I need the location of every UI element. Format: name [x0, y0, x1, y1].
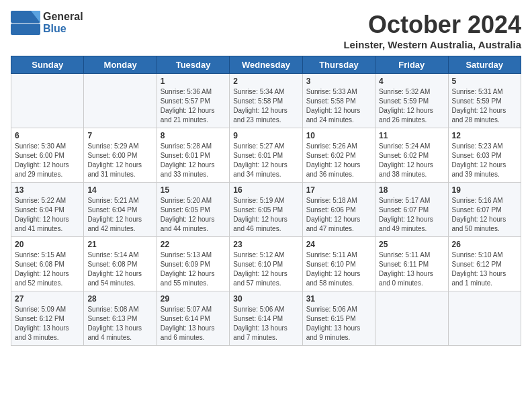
- weekday-header-saturday: Saturday: [448, 56, 521, 74]
- day-info: Sunrise: 5:23 AMSunset: 6:03 PMDaylight:…: [452, 142, 517, 179]
- day-number: 11: [379, 131, 444, 140]
- day-info: Sunrise: 5:14 AMSunset: 6:08 PMDaylight:…: [87, 250, 152, 288]
- calendar-cell: 24Sunrise: 5:11 AMSunset: 6:10 PMDayligh…: [302, 237, 375, 291]
- day-number: 19: [452, 185, 517, 195]
- day-info: Sunrise: 5:22 AMSunset: 6:04 PMDaylight:…: [15, 196, 80, 234]
- calendar-header-row: SundayMondayTuesdayWednesdayThursdayFrid…: [11, 56, 521, 74]
- day-info: Sunrise: 5:09 AMSunset: 6:12 PMDaylight:…: [15, 305, 80, 342]
- calendar-cell: [84, 74, 157, 128]
- day-number: 30: [233, 294, 298, 304]
- day-number: 12: [452, 131, 517, 140]
- calendar-week-row: 20Sunrise: 5:15 AMSunset: 6:08 PMDayligh…: [11, 237, 521, 291]
- logo-icon: [11, 11, 40, 35]
- day-info: Sunrise: 5:11 AMSunset: 6:11 PMDaylight:…: [379, 250, 444, 288]
- day-info: Sunrise: 5:11 AMSunset: 6:10 PMDaylight:…: [306, 250, 371, 288]
- calendar-cell: 16Sunrise: 5:19 AMSunset: 6:05 PMDayligh…: [230, 183, 302, 237]
- day-info: Sunrise: 5:26 AMSunset: 6:02 PMDaylight:…: [306, 142, 371, 179]
- day-number: 14: [87, 185, 152, 195]
- title-block: October 2024 Leinster, Western Australia…: [343, 11, 521, 50]
- calendar-table: SundayMondayTuesdayWednesdayThursdayFrid…: [11, 56, 521, 346]
- day-info: Sunrise: 5:27 AMSunset: 6:01 PMDaylight:…: [233, 142, 298, 179]
- calendar-cell: [11, 74, 84, 128]
- day-number: 23: [233, 240, 298, 249]
- calendar-cell: 22Sunrise: 5:13 AMSunset: 6:09 PMDayligh…: [157, 237, 229, 291]
- day-info: Sunrise: 5:19 AMSunset: 6:05 PMDaylight:…: [233, 196, 298, 234]
- day-number: 27: [15, 294, 80, 304]
- day-info: Sunrise: 5:16 AMSunset: 6:07 PMDaylight:…: [452, 196, 517, 234]
- day-number: 17: [306, 185, 371, 195]
- day-info: Sunrise: 5:17 AMSunset: 6:07 PMDaylight:…: [379, 196, 444, 234]
- calendar-cell: 25Sunrise: 5:11 AMSunset: 6:11 PMDayligh…: [375, 237, 448, 291]
- day-info: Sunrise: 5:30 AMSunset: 6:00 PMDaylight:…: [15, 142, 80, 179]
- weekday-header-thursday: Thursday: [302, 56, 375, 74]
- calendar-week-row: 27Sunrise: 5:09 AMSunset: 6:12 PMDayligh…: [11, 291, 521, 346]
- logo: General Blue: [11, 11, 83, 35]
- calendar-cell: 31Sunrise: 5:06 AMSunset: 6:15 PMDayligh…: [302, 291, 375, 346]
- calendar-cell: 21Sunrise: 5:14 AMSunset: 6:08 PMDayligh…: [84, 237, 157, 291]
- day-number: 18: [379, 185, 444, 195]
- day-info: Sunrise: 5:15 AMSunset: 6:08 PMDaylight:…: [15, 250, 80, 288]
- calendar-cell: 30Sunrise: 5:06 AMSunset: 6:14 PMDayligh…: [230, 291, 302, 346]
- day-number: 6: [15, 131, 80, 140]
- calendar-cell: 11Sunrise: 5:24 AMSunset: 6:02 PMDayligh…: [375, 128, 448, 183]
- calendar-cell: 3Sunrise: 5:33 AMSunset: 5:58 PMDaylight…: [302, 74, 375, 128]
- weekday-header-tuesday: Tuesday: [157, 56, 229, 74]
- svg-rect-1: [11, 24, 40, 35]
- calendar-cell: 6Sunrise: 5:30 AMSunset: 6:00 PMDaylight…: [11, 128, 84, 183]
- day-info: Sunrise: 5:06 AMSunset: 6:14 PMDaylight:…: [233, 305, 298, 342]
- day-number: 28: [87, 294, 152, 304]
- calendar-cell: 28Sunrise: 5:08 AMSunset: 6:13 PMDayligh…: [84, 291, 157, 346]
- calendar-cell: 4Sunrise: 5:32 AMSunset: 5:59 PMDaylight…: [375, 74, 448, 128]
- day-info: Sunrise: 5:20 AMSunset: 6:05 PMDaylight:…: [161, 196, 226, 234]
- calendar-cell: 5Sunrise: 5:31 AMSunset: 5:59 PMDaylight…: [448, 74, 521, 128]
- day-info: Sunrise: 5:28 AMSunset: 6:01 PMDaylight:…: [161, 142, 226, 179]
- weekday-header-friday: Friday: [375, 56, 448, 74]
- calendar-cell: 17Sunrise: 5:18 AMSunset: 6:06 PMDayligh…: [302, 183, 375, 237]
- calendar-cell: 10Sunrise: 5:26 AMSunset: 6:02 PMDayligh…: [302, 128, 375, 183]
- calendar-cell: 27Sunrise: 5:09 AMSunset: 6:12 PMDayligh…: [11, 291, 84, 346]
- day-number: 15: [161, 185, 226, 195]
- calendar-cell: [375, 291, 448, 346]
- day-number: 8: [161, 131, 226, 140]
- logo-line2: Blue: [43, 23, 83, 35]
- day-number: 5: [452, 77, 517, 86]
- day-info: Sunrise: 5:10 AMSunset: 6:12 PMDaylight:…: [452, 250, 517, 288]
- day-info: Sunrise: 5:24 AMSunset: 6:02 PMDaylight:…: [379, 142, 444, 179]
- day-number: 4: [379, 77, 444, 86]
- day-number: 24: [306, 240, 371, 249]
- day-info: Sunrise: 5:07 AMSunset: 6:14 PMDaylight:…: [161, 305, 226, 342]
- day-number: 1: [161, 77, 226, 86]
- day-number: 16: [233, 185, 298, 195]
- calendar-cell: 26Sunrise: 5:10 AMSunset: 6:12 PMDayligh…: [448, 237, 521, 291]
- calendar-cell: 8Sunrise: 5:28 AMSunset: 6:01 PMDaylight…: [157, 128, 229, 183]
- day-info: Sunrise: 5:13 AMSunset: 6:09 PMDaylight:…: [161, 250, 226, 288]
- day-number: 2: [233, 77, 298, 86]
- day-number: 10: [306, 131, 371, 140]
- calendar-cell: 9Sunrise: 5:27 AMSunset: 6:01 PMDaylight…: [230, 128, 302, 183]
- day-number: 26: [452, 240, 517, 249]
- calendar-cell: 7Sunrise: 5:29 AMSunset: 6:00 PMDaylight…: [84, 128, 157, 183]
- day-info: Sunrise: 5:18 AMSunset: 6:06 PMDaylight:…: [306, 196, 371, 234]
- calendar-week-row: 13Sunrise: 5:22 AMSunset: 6:04 PMDayligh…: [11, 183, 521, 237]
- day-number: 29: [161, 294, 226, 304]
- calendar-cell: 23Sunrise: 5:12 AMSunset: 6:10 PMDayligh…: [230, 237, 302, 291]
- calendar-cell: 2Sunrise: 5:34 AMSunset: 5:58 PMDaylight…: [230, 74, 302, 128]
- calendar-week-row: 6Sunrise: 5:30 AMSunset: 6:00 PMDaylight…: [11, 128, 521, 183]
- day-number: 9: [233, 131, 298, 140]
- day-info: Sunrise: 5:36 AMSunset: 5:57 PMDaylight:…: [161, 87, 226, 125]
- calendar-cell: 19Sunrise: 5:16 AMSunset: 6:07 PMDayligh…: [448, 183, 521, 237]
- weekday-header-sunday: Sunday: [11, 56, 84, 74]
- day-info: Sunrise: 5:08 AMSunset: 6:13 PMDaylight:…: [87, 305, 152, 342]
- logo-line1: General: [43, 11, 83, 23]
- calendar-week-row: 1Sunrise: 5:36 AMSunset: 5:57 PMDaylight…: [11, 74, 521, 128]
- weekday-header-monday: Monday: [84, 56, 157, 74]
- day-number: 31: [306, 294, 371, 304]
- calendar-cell: [448, 291, 521, 346]
- location-subtitle: Leinster, Western Australia, Australia: [343, 39, 521, 50]
- weekday-header-wednesday: Wednesday: [230, 56, 302, 74]
- day-number: 25: [379, 240, 444, 249]
- day-info: Sunrise: 5:31 AMSunset: 5:59 PMDaylight:…: [452, 87, 517, 125]
- day-number: 13: [15, 185, 80, 195]
- page-header: General Blue October 2024 Leinster, West…: [11, 11, 521, 50]
- calendar-cell: 13Sunrise: 5:22 AMSunset: 6:04 PMDayligh…: [11, 183, 84, 237]
